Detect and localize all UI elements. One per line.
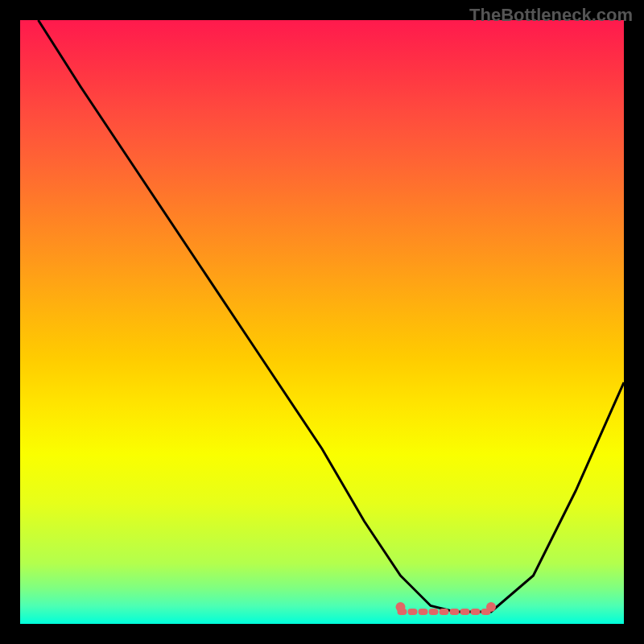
optimal-start-dot [396, 602, 406, 612]
chart-svg [20, 20, 624, 624]
bottleneck-curve [39, 20, 625, 612]
watermark-text: TheBottleneck.com [469, 5, 633, 26]
optimal-end-dot [486, 602, 496, 612]
chart-plot-area [20, 20, 624, 624]
